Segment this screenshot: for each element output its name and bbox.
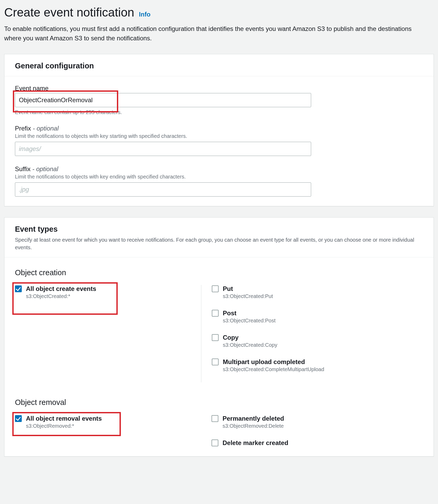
checkbox-delete-marker[interactable] — [212, 440, 218, 446]
checkbox-all-object-create[interactable] — [15, 285, 22, 292]
checkbox-post[interactable] — [212, 310, 219, 317]
checkbox-copy[interactable] — [212, 334, 219, 341]
copy-row[interactable]: Copy s3:ObjectCreated:Copy — [212, 334, 423, 348]
prefix-sublabel: Limit the notifications to objects with … — [15, 133, 423, 139]
prefix-optional-text: - optional — [33, 125, 59, 132]
all-object-removal-sub: s3:ObjectRemoved:* — [26, 423, 102, 429]
prefix-label: Prefix - optional — [15, 125, 423, 132]
multipart-label: Multipart upload completed — [223, 358, 324, 366]
checkbox-all-object-removal[interactable] — [15, 415, 22, 422]
event-types-desc: Specify at least one event for which you… — [15, 236, 423, 251]
checkbox-perm-delete[interactable] — [212, 415, 218, 422]
post-row[interactable]: Post s3:ObjectCreated:Post — [212, 309, 423, 324]
general-config-title: General configuration — [15, 62, 423, 70]
page-title: Create event notification — [4, 5, 134, 19]
put-label: Put — [223, 285, 273, 293]
copy-label: Copy — [223, 334, 277, 342]
event-name-hint: Event name can contain up to 255 charact… — [15, 109, 423, 115]
suffix-input[interactable] — [15, 182, 311, 197]
perm-delete-label: Permanently deleted — [223, 415, 284, 422]
multipart-sub: s3:ObjectCreated:CompleteMultipartUpload — [223, 366, 324, 372]
all-object-create-row[interactable]: All object create events s3:ObjectCreate… — [15, 285, 96, 299]
copy-sub: s3:ObjectCreated:Copy — [223, 342, 277, 348]
suffix-sublabel: Limit the notifications to objects with … — [15, 174, 423, 180]
checkbox-put[interactable] — [212, 285, 219, 292]
all-object-create-sub: s3:ObjectCreated:* — [26, 293, 96, 299]
put-sub: s3:ObjectCreated:Put — [223, 293, 273, 299]
all-object-create-label: All object create events — [26, 285, 96, 293]
suffix-label: Suffix - optional — [15, 165, 423, 173]
info-link[interactable]: Info — [139, 11, 150, 18]
put-row[interactable]: Put s3:ObjectCreated:Put — [212, 285, 423, 299]
page-description: To enable notifications, you must first … — [4, 24, 418, 43]
delete-marker-label: Delete marker created — [223, 439, 288, 447]
object-creation-title: Object creation — [15, 268, 423, 277]
event-types-title: Event types — [15, 225, 423, 234]
perm-delete-sub: s3:ObjectRemoved:Delete — [223, 423, 284, 429]
checkbox-multipart[interactable] — [212, 359, 219, 365]
multipart-row[interactable]: Multipart upload completed s3:ObjectCrea… — [212, 358, 423, 372]
object-removal-title: Object removal — [15, 398, 423, 407]
event-types-panel: Event types Specify at least one event f… — [4, 217, 434, 457]
post-sub: s3:ObjectCreated:Post — [223, 318, 275, 324]
event-name-input[interactable] — [15, 93, 311, 107]
post-label: Post — [223, 309, 275, 317]
prefix-input[interactable] — [15, 142, 311, 156]
delete-marker-row[interactable]: Delete marker created — [212, 439, 423, 447]
suffix-optional-text: - optional — [32, 165, 58, 172]
perm-delete-row[interactable]: Permanently deleted s3:ObjectRemoved:Del… — [212, 415, 423, 429]
event-name-label: Event name — [15, 85, 423, 92]
general-config-panel: General configuration Event name Event n… — [4, 54, 434, 206]
all-object-removal-row[interactable]: All object removal events s3:ObjectRemov… — [15, 415, 102, 429]
all-object-removal-label: All object removal events — [26, 415, 102, 422]
